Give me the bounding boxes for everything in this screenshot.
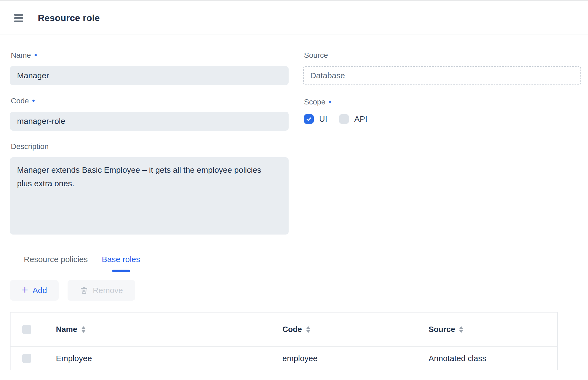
sort-icon [306, 326, 310, 333]
form-right-column: Source Database Scope UI API [303, 35, 581, 235]
column-header-name[interactable]: Name [56, 325, 282, 334]
cell-name: Employee [56, 354, 282, 363]
description-textarea[interactable]: Manager extends Basic Employee – it gets… [10, 157, 289, 235]
required-indicator [32, 100, 35, 102]
scope-api-checkbox[interactable] [339, 114, 349, 124]
name-input[interactable]: Manager [10, 66, 289, 85]
source-label: Source [304, 50, 581, 60]
source-field: Database [303, 66, 581, 85]
required-indicator [35, 54, 37, 56]
sort-icon [459, 326, 463, 333]
detail-view: Name Manager Code manager-role Descripti… [0, 35, 588, 370]
code-input[interactable]: manager-role [10, 112, 289, 131]
plus-icon: + [22, 284, 28, 295]
tab-bar: Resource policies Base roles [10, 254, 581, 271]
sort-icon [81, 326, 86, 333]
name-label: Name [11, 50, 289, 60]
table-row[interactable]: Employee employee Annotated class [11, 346, 557, 370]
table-header-row: Name Code Source [11, 313, 557, 346]
scope-ui-checkbox[interactable] [304, 114, 314, 124]
scope-api-label: API [354, 114, 367, 124]
cell-code: employee [282, 354, 429, 363]
form-left-column: Name Manager Code manager-role Descripti… [10, 35, 289, 235]
scope-ui-label: UI [319, 114, 327, 124]
select-all-checkbox[interactable] [22, 325, 31, 334]
add-button[interactable]: + Add [10, 280, 59, 301]
menu-icon[interactable] [14, 14, 23, 22]
cell-source: Annotated class [429, 354, 557, 363]
column-header-source[interactable]: Source [429, 325, 557, 334]
required-indicator [329, 101, 331, 103]
tab-resource-policies[interactable]: Resource policies [24, 254, 88, 271]
description-label: Description [11, 141, 289, 152]
checkmark-icon [306, 116, 312, 122]
scope-label: Scope [304, 97, 581, 107]
app-header: Resource role [0, 1, 588, 35]
form-grid: Name Manager Code manager-role Descripti… [10, 35, 581, 235]
table-toolbar: + Add Remove [10, 280, 581, 301]
page-title: Resource role [38, 13, 100, 23]
code-label: Code [11, 96, 289, 106]
base-roles-table: Name Code Source Employee [10, 312, 558, 370]
column-header-code[interactable]: Code [282, 325, 429, 334]
tab-base-roles[interactable]: Base roles [102, 254, 140, 271]
remove-button[interactable]: Remove [68, 280, 135, 301]
scope-checkbox-group: UI API [304, 114, 581, 124]
row-select-checkbox[interactable] [22, 354, 31, 363]
trash-icon [80, 286, 88, 295]
